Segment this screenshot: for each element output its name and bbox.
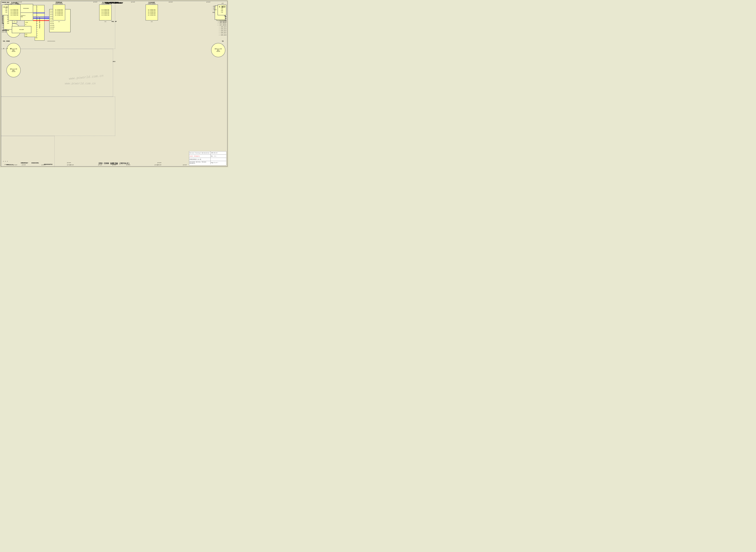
info-row1-value: 2005.08.24 xyxy=(210,151,226,154)
info-row4-value: Page 5 of 7 xyxy=(210,161,226,164)
info-row-3: H4902205010 rev.00 xyxy=(189,158,226,161)
info-row3-value xyxy=(210,158,226,161)
blue-bus-2 xyxy=(33,18,49,19)
vol-down-circle: OUT1/2 0.24V BNT1 switch xyxy=(6,43,21,57)
filter4-chip: A1 FLTR1FLTR1 A2 FLTR2FLTR2 A3 FLTR3FLTR… xyxy=(146,4,158,20)
filter4-subtitle: CSPEFI306AC xyxy=(146,3,158,4)
info-row2-label: Level: Schematic xyxy=(189,155,210,158)
filter2-group: FL5820NP CSPEFI306AC A1 FLTR1FLTR1 A2 FL… xyxy=(53,2,65,22)
info-box: Service Training & Optimization 2005.08.… xyxy=(189,151,226,165)
info-row4-label: Alexander Burklen, Michael Mussderer xyxy=(189,161,210,164)
filter1-chip: A1 FLTR1FLTR1 A2 FLTR2FLTR2 A3 FLTR3FLTR… xyxy=(8,4,21,20)
middle-chip-id: 0986956P03 xyxy=(44,163,52,165)
power-chip-ps120: PS120NP xyxy=(12,26,31,33)
info-row2-value: Rev. 1.1 xyxy=(210,155,226,158)
filter1-group: FL5810NP CSPEFI306AC A1 FLTR1FLTR1 A2 FL… xyxy=(8,2,21,22)
info-row-2: Level: Schematic Rev. 1.1 xyxy=(189,155,226,158)
filter1-subtitle: CSPEFI306AC xyxy=(8,3,21,4)
middle-bottom-components: ⊿⊿⊿ xyxy=(3,160,8,162)
filter3-ground-row: ⊥⊥⊥ xyxy=(99,21,112,22)
ptt-circle: OUT1/2 0.24V BNT1 switch xyxy=(6,63,21,78)
filter3-chip: A1 FLTR1FLTR1 A2 FLTR2FLTR2 A3 FLTR3FLTR… xyxy=(99,4,112,20)
filter2-title: FL5820NP xyxy=(53,2,65,3)
filter1-title: FL5810NP xyxy=(8,2,21,3)
filter3-subtitle: CSPEFI306AC xyxy=(99,3,112,4)
info-row1-label: Service Training & Optimization xyxy=(189,151,210,154)
periph-signals: → BAT1 → BAT2 → THERM xyxy=(212,6,216,11)
red-bus xyxy=(33,20,49,21)
blue-bus-1 xyxy=(33,17,49,17)
filter4-title: FL5840NP xyxy=(146,2,158,3)
info-row3-label: H4902205010 rev.00 xyxy=(189,158,210,161)
ptt-label: PTT xyxy=(113,61,115,62)
emu-conn-title: EMU CONN FOR P0 (ROYALE) xyxy=(99,162,130,165)
middle-chip-section: groundgroundgroundground groundground ▽▽… xyxy=(1,97,115,136)
vol-up-label: VOL UP xyxy=(112,21,117,22)
camera-transistors: ⊿⊿ xyxy=(221,2,223,4)
filter3-group: FL5830NP CSPEFI306AC A1 FLTR1FLTR1 A2 FL… xyxy=(99,2,112,22)
filter4-ground-row: ⊥⊥⊥ xyxy=(146,21,158,22)
info-row-1: Service Training & Optimization 2005.08.… xyxy=(189,151,226,155)
vol-down-label: VOL DOWN xyxy=(3,40,10,42)
info-row-4: Alexander Burklen, Michael Mussderer Pag… xyxy=(189,161,226,164)
va-label: VA xyxy=(222,40,223,42)
vibrator-motor: ⊙ NED xyxy=(219,6,225,8)
rtc-chip-id: 0990252L01 xyxy=(6,164,13,165)
filter2-chip: A1 FLTR1FLTR1 A2 FLTR2FLTR2 A3 FLTR3FLTR… xyxy=(53,4,65,20)
filter2-subtitle: CSPEFI306AC xyxy=(53,3,65,4)
power-output: → Φe xyxy=(223,15,226,17)
power-diodes: ⊿⊿⊿ xyxy=(3,47,11,49)
va-circle: OUT1/2 0.24V BNT1 switch xyxy=(211,43,225,57)
display-bottom-components: ⊥⊥⊥⊥⊥⊥⊥⊥⊥⊥⊥⊥ xyxy=(47,40,55,42)
emu-chip-id: 0988485Y01 xyxy=(2,30,9,31)
filter1-ground-row: ⊥⊥⊥ xyxy=(8,21,21,22)
vibrator-chip: 5385803N01 xyxy=(19,4,33,13)
schematic-page: www.pcworld.com.cn Display Connector VMI… xyxy=(0,0,228,167)
main-border: www.pcworld.com.cn Display Connector VMI… xyxy=(1,1,228,167)
filter4-group: FL5840NP CSPEFI306AC A1 FLTR1FLTR1 A2 FL… xyxy=(146,2,158,22)
filter3-title: FL5830NP xyxy=(99,2,112,3)
filter2-ground-row: ⊥⊥⊥ xyxy=(53,21,65,22)
